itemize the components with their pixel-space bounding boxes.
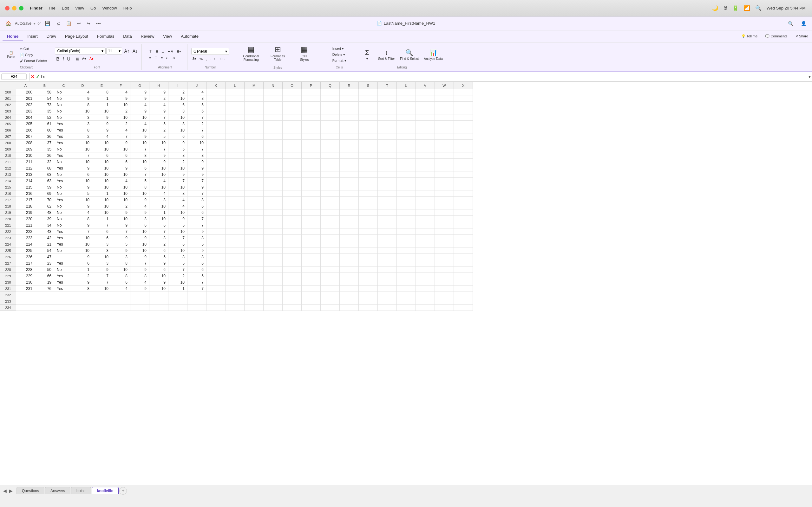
cell-A220[interactable]: 220: [16, 216, 35, 222]
cell-B216[interactable]: 69: [35, 190, 54, 197]
empty-cell[interactable]: [378, 95, 397, 102]
cell-H203[interactable]: 9: [149, 108, 168, 114]
empty-cell[interactable]: [397, 102, 416, 108]
cell-B201[interactable]: 54: [35, 95, 54, 102]
cell-G219[interactable]: 9: [131, 210, 149, 216]
empty-cell[interactable]: [321, 108, 340, 114]
cell-C207[interactable]: Yes: [54, 133, 73, 140]
empty-cell[interactable]: [264, 298, 283, 304]
cell-I214[interactable]: 7: [168, 178, 188, 184]
empty-cell[interactable]: [302, 114, 321, 121]
redo-button[interactable]: ↪: [85, 20, 92, 27]
empty-cell[interactable]: [225, 197, 245, 203]
empty-cell[interactable]: [302, 89, 321, 95]
cell-J210[interactable]: 8: [188, 153, 206, 159]
empty-cell[interactable]: [435, 235, 454, 241]
delete-cells-button[interactable]: Delete ▾: [331, 52, 347, 57]
empty-cell[interactable]: [359, 292, 378, 298]
col-n-header[interactable]: N: [264, 82, 283, 89]
bold-button[interactable]: B: [55, 56, 61, 62]
empty-cell[interactable]: [73, 292, 92, 298]
cell-D200[interactable]: 4: [73, 89, 92, 95]
empty-cell[interactable]: [359, 127, 378, 133]
empty-cell[interactable]: [111, 292, 131, 298]
cell-A227[interactable]: 227: [16, 260, 35, 267]
empty-cell[interactable]: [454, 133, 473, 140]
cell-G227[interactable]: 7: [131, 260, 149, 267]
empty-cell[interactable]: [397, 292, 416, 298]
increase-indent-button[interactable]: ⇥: [171, 55, 176, 61]
empty-cell[interactable]: [454, 285, 473, 292]
cell-D202[interactable]: 8: [73, 102, 92, 108]
cell-H201[interactable]: 2: [149, 95, 168, 102]
empty-cell[interactable]: [397, 247, 416, 254]
cell-E218[interactable]: 10: [92, 203, 111, 210]
cell-H227[interactable]: 9: [149, 260, 168, 267]
cell-C211[interactable]: No: [54, 159, 73, 165]
cell-E215[interactable]: 10: [92, 184, 111, 190]
empty-cell[interactable]: [378, 298, 397, 304]
empty-cell[interactable]: [245, 241, 264, 247]
cell-A213[interactable]: 213: [16, 171, 35, 178]
empty-cell[interactable]: [378, 140, 397, 146]
cell-B200[interactable]: 58: [35, 89, 54, 95]
cell-E212[interactable]: 10: [92, 165, 111, 171]
cell-E227[interactable]: 3: [92, 260, 111, 267]
cell-H210[interactable]: 9: [149, 153, 168, 159]
empty-cell[interactable]: [340, 267, 359, 273]
empty-cell[interactable]: [359, 203, 378, 210]
cell-D231[interactable]: 8: [73, 285, 92, 292]
empty-cell[interactable]: [225, 108, 245, 114]
empty-cell[interactable]: [321, 140, 340, 146]
fx-button[interactable]: fx: [41, 74, 45, 79]
empty-cell[interactable]: [340, 108, 359, 114]
cell-A229[interactable]: 229: [16, 273, 35, 279]
empty-cell[interactable]: [245, 165, 264, 171]
empty-cell[interactable]: [340, 178, 359, 184]
cell-F213[interactable]: 10: [111, 171, 131, 178]
empty-cell[interactable]: [283, 165, 302, 171]
autosum-button[interactable]: Σ ▾: [359, 48, 375, 62]
empty-cell[interactable]: [359, 171, 378, 178]
cell-F203[interactable]: 2: [111, 108, 131, 114]
cell-J214[interactable]: 7: [188, 178, 206, 184]
cell-I223[interactable]: 7: [168, 235, 188, 241]
cell-J221[interactable]: 7: [188, 222, 206, 228]
empty-cell[interactable]: [283, 140, 302, 146]
cell-A216[interactable]: 216: [16, 190, 35, 197]
cell-G202[interactable]: 4: [131, 102, 149, 108]
cell-C216[interactable]: No: [54, 190, 73, 197]
empty-cell[interactable]: [321, 184, 340, 190]
empty-cell[interactable]: [378, 267, 397, 273]
empty-cell[interactable]: [225, 159, 245, 165]
empty-cell[interactable]: [168, 304, 188, 311]
cell-D225[interactable]: 10: [73, 247, 92, 254]
empty-cell[interactable]: [321, 114, 340, 121]
empty-cell[interactable]: [283, 210, 302, 216]
empty-cell[interactable]: [321, 153, 340, 159]
cell-I218[interactable]: 4: [168, 203, 188, 210]
cell-D214[interactable]: 10: [73, 178, 92, 184]
empty-cell[interactable]: [435, 153, 454, 159]
cell-C202[interactable]: No: [54, 102, 73, 108]
empty-cell[interactable]: [168, 298, 188, 304]
empty-cell[interactable]: [416, 197, 435, 203]
empty-cell[interactable]: [54, 292, 73, 298]
empty-cell[interactable]: [321, 241, 340, 247]
cell-A218[interactable]: 218: [16, 203, 35, 210]
font-size-selector[interactable]: 11 ▾: [106, 48, 122, 55]
empty-cell[interactable]: [264, 197, 283, 203]
empty-cell[interactable]: [264, 190, 283, 197]
empty-cell[interactable]: [264, 127, 283, 133]
tab-insert[interactable]: Insert: [23, 32, 42, 41]
cell-G200[interactable]: 9: [131, 89, 149, 95]
empty-cell[interactable]: [225, 210, 245, 216]
cell-C200[interactable]: No: [54, 89, 73, 95]
empty-cell[interactable]: [225, 298, 245, 304]
cell-E207[interactable]: 4: [92, 133, 111, 140]
find-select-button[interactable]: 🔍 Find & Select: [398, 48, 420, 62]
empty-cell[interactable]: [92, 292, 111, 298]
conditional-formatting-button[interactable]: ▤ Conditional Formatting: [239, 44, 264, 66]
cell-E220[interactable]: 1: [92, 216, 111, 222]
empty-cell[interactable]: [321, 292, 340, 298]
